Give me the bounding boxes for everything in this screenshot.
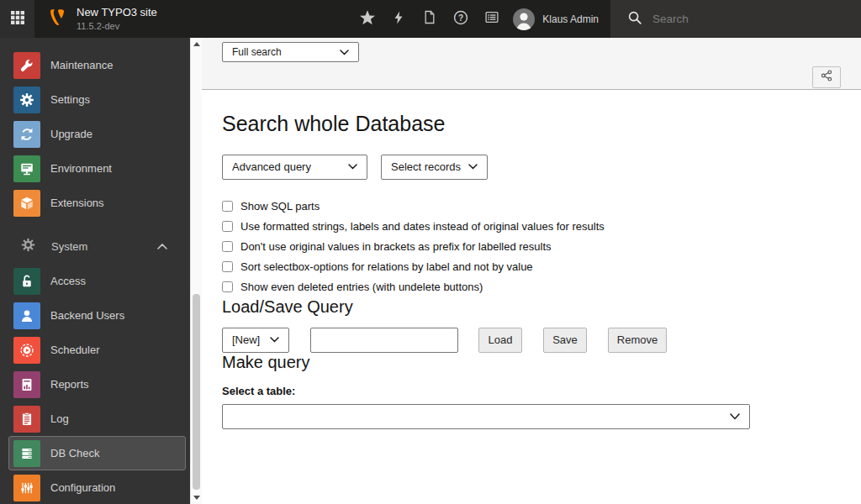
option-row: Sort selectbox-options for relations by … bbox=[222, 257, 841, 277]
options-list: Show SQL parts Use formatted strings, la… bbox=[222, 197, 841, 297]
play-clock-icon bbox=[13, 337, 40, 364]
sidebar-item-extensions[interactable]: Extensions bbox=[0, 186, 190, 220]
sidebar-item-db-check[interactable]: DB Check bbox=[8, 436, 186, 470]
svg-text:?: ? bbox=[458, 13, 463, 22]
use-formatted-strings-checkbox[interactable] bbox=[222, 221, 233, 232]
lightning-bolt-icon bbox=[392, 10, 405, 29]
file-icon bbox=[423, 10, 436, 28]
list-panel-icon bbox=[484, 10, 499, 28]
share-icon bbox=[821, 70, 832, 85]
sidebar-item-label: Scheduler bbox=[50, 344, 100, 356]
sidebar-item-label: Access bbox=[50, 275, 86, 287]
module-grid-button[interactable] bbox=[0, 0, 34, 38]
sidebar-item-log[interactable]: Log bbox=[0, 402, 190, 436]
chevron-down-icon bbox=[730, 413, 740, 420]
user-menu-button[interactable]: Klaus Admin bbox=[507, 0, 610, 38]
help-icon: ? bbox=[453, 10, 468, 29]
search-icon bbox=[628, 11, 642, 28]
sidebar-item-configuration[interactable]: Configuration bbox=[0, 470, 190, 504]
select-table-label: Select a table: bbox=[222, 385, 841, 397]
sidebar-item-label: Environment bbox=[50, 162, 112, 175]
show-sql-parts-checkbox[interactable] bbox=[222, 201, 233, 212]
help-button[interactable]: ? bbox=[445, 0, 476, 38]
stored-query-select[interactable]: [New] bbox=[222, 328, 289, 353]
sidebar-item-settings[interactable]: Settings bbox=[0, 82, 190, 117]
show-deleted-entries-checkbox[interactable] bbox=[222, 281, 233, 292]
option-row: Don't use original values in brackets as… bbox=[222, 237, 841, 257]
load-button[interactable]: Load bbox=[478, 328, 522, 353]
sliders-icon bbox=[13, 475, 40, 501]
gear-outline-icon bbox=[21, 238, 35, 255]
chevron-down-icon bbox=[340, 50, 349, 55]
checkbox-label[interactable]: Show SQL parts bbox=[240, 200, 320, 213]
refresh-arrows-icon bbox=[13, 121, 40, 148]
scroll-up-arrow-icon[interactable] bbox=[193, 42, 200, 46]
server-stack-icon bbox=[13, 440, 40, 467]
sidebar-item-backend-users[interactable]: Backend Users bbox=[0, 298, 190, 333]
checkbox-label[interactable]: Use formatted strings, labels and dates … bbox=[240, 220, 605, 233]
sidebar-item-maintenance[interactable]: Maintenance bbox=[0, 48, 190, 82]
chevron-down-icon bbox=[270, 337, 279, 343]
sidebar-scrollbar[interactable] bbox=[190, 38, 202, 504]
sidebar-item-label: DB Check bbox=[50, 447, 100, 459]
option-row: Show even deleted entries (with undelete… bbox=[222, 277, 841, 297]
sidebar-item-label: Backend Users bbox=[50, 309, 124, 322]
sort-selectbox-options-checkbox[interactable] bbox=[222, 261, 233, 272]
grid-icon bbox=[11, 11, 24, 28]
sidebar-item-upgrade[interactable]: Upgrade bbox=[0, 117, 190, 151]
sidebar-item-scheduler[interactable]: Scheduler bbox=[0, 333, 190, 367]
no-original-values-checkbox[interactable] bbox=[222, 241, 233, 252]
typo3-version: 11.5.2-dev bbox=[77, 20, 157, 32]
system-information-button[interactable] bbox=[476, 0, 507, 38]
avatar bbox=[513, 8, 535, 30]
query-type-value: Advanced query bbox=[232, 160, 311, 173]
site-title: New TYPO3 site bbox=[77, 6, 157, 20]
new-document-button[interactable] bbox=[414, 0, 445, 38]
query-type-select[interactable]: Advanced query bbox=[222, 155, 367, 180]
sidebar-item-label: Reports bbox=[50, 378, 89, 391]
stored-query-value: [New] bbox=[232, 333, 260, 346]
chevron-down-icon bbox=[348, 164, 357, 170]
bookmarks-button[interactable] bbox=[351, 0, 383, 38]
query-selects-row: Advanced query Select records bbox=[222, 155, 841, 180]
option-row: Show SQL parts bbox=[222, 197, 841, 217]
sidebar-item-label: Settings bbox=[50, 93, 90, 106]
scrollbar-thumb[interactable] bbox=[193, 294, 200, 490]
chart-document-icon bbox=[13, 371, 40, 398]
sidebar-section-label: System bbox=[51, 240, 87, 253]
make-query-heading: Make query bbox=[222, 353, 841, 372]
sidebar-item-reports[interactable]: Reports bbox=[0, 367, 190, 402]
clear-cache-button[interactable] bbox=[383, 0, 414, 38]
checkbox-label[interactable]: Don't use original values in brackets as… bbox=[240, 240, 552, 253]
chevron-down-icon bbox=[468, 164, 478, 170]
remove-button[interactable]: Remove bbox=[608, 328, 667, 353]
star-icon bbox=[359, 9, 376, 29]
lock-icon bbox=[13, 268, 40, 295]
toolbar-search[interactable]: Search bbox=[610, 0, 861, 38]
sidebar-item-environment[interactable]: Environment bbox=[0, 151, 190, 186]
clipboard-icon bbox=[13, 406, 40, 433]
user-name: Klaus Admin bbox=[542, 13, 599, 25]
load-save-row: [New] Load Save Remove bbox=[222, 328, 841, 353]
site-brand[interactable]: New TYPO3 site 11.5.2-dev bbox=[34, 0, 157, 38]
sidebar-item-label: Extensions bbox=[50, 197, 104, 209]
save-button[interactable]: Save bbox=[543, 328, 587, 353]
sidebar-item-label: Configuration bbox=[50, 481, 115, 494]
module-content: Full search Search whole Database bbox=[202, 38, 861, 504]
search-placeholder: Search bbox=[652, 13, 689, 25]
checkbox-label[interactable]: Sort selectbox-options for relations by … bbox=[240, 260, 533, 273]
select-records-select[interactable]: Select records bbox=[381, 155, 488, 180]
topbar: New TYPO3 site 11.5.2-dev bbox=[0, 0, 861, 38]
select-records-value: Select records bbox=[391, 160, 461, 173]
query-name-input[interactable] bbox=[310, 328, 458, 353]
content-body: Search whole Database Advanced query Sel… bbox=[202, 90, 861, 429]
scroll-down-arrow-icon[interactable] bbox=[193, 496, 200, 500]
sidebar-section-system[interactable]: System bbox=[0, 229, 190, 264]
sidebar-item-access[interactable]: Access bbox=[0, 264, 190, 298]
load-save-heading: Load/Save Query bbox=[222, 297, 841, 317]
function-select[interactable]: Full search bbox=[222, 42, 359, 62]
share-button[interactable] bbox=[812, 66, 841, 88]
table-select[interactable] bbox=[222, 404, 750, 429]
checkbox-label[interactable]: Show even deleted entries (with undelete… bbox=[240, 281, 483, 293]
module-menu: Maintenance Settings Upgrade bbox=[0, 38, 190, 504]
